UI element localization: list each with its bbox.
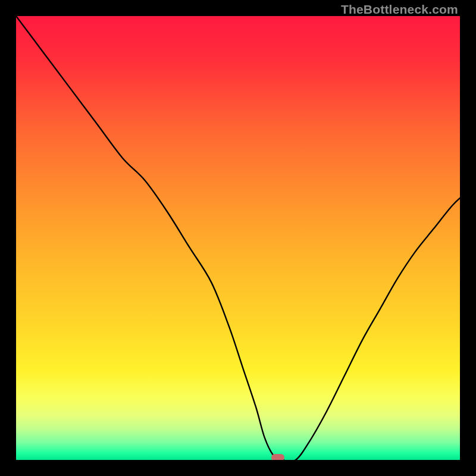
bottleneck-curve (16, 16, 460, 460)
plot-area (16, 16, 460, 460)
bottleneck-chart: TheBottleneck.com (0, 0, 476, 476)
optimal-marker (271, 454, 284, 460)
watermark-text: TheBottleneck.com (341, 2, 458, 17)
